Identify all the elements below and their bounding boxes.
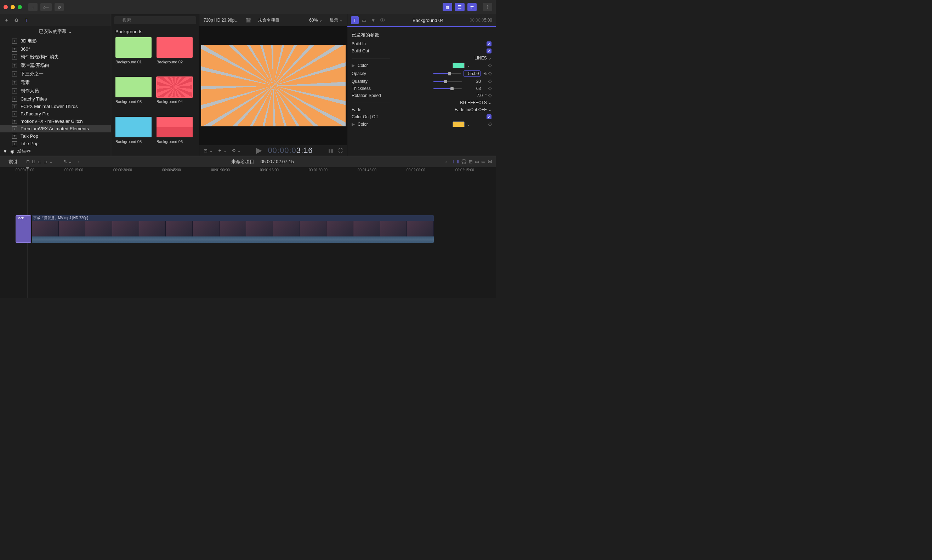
titles-tab-icon[interactable]: T — [23, 17, 30, 24]
build-in-checkbox[interactable]: ✓ — [487, 42, 491, 46]
title-clip[interactable]: Back… — [15, 215, 31, 243]
overwrite-clip-icon[interactable]: ⊐ ⌄ — [43, 159, 53, 164]
viewer-canvas[interactable] — [199, 26, 347, 145]
generators-group[interactable]: ▼ ◉ 发生器 — [0, 146, 111, 156]
keyframe-icon[interactable] — [488, 94, 492, 97]
insert-clip-icon[interactable]: ⊔ — [32, 159, 35, 164]
background-tasks-button[interactable]: ⊘ — [54, 3, 64, 11]
build-out-checkbox[interactable]: ✓ — [487, 49, 491, 54]
track-area[interactable]: Back… 宇威「愛就是」MV mp4 [HD 720p] — [0, 173, 496, 215]
sidebar-item[interactable]: T制作人员 — [0, 87, 111, 95]
library-tab-icon[interactable]: ✦ — [3, 17, 10, 24]
close-window[interactable] — [3, 5, 8, 9]
quantity-slider[interactable] — [433, 81, 462, 82]
sidebar-item[interactable]: TCatchy Titles — [0, 95, 111, 103]
quantity-value[interactable]: 20 — [464, 79, 481, 84]
thickness-value[interactable]: 63 — [464, 86, 481, 91]
sidebar-item[interactable]: TmotionVFX - mRevealer Glitch — [0, 117, 111, 125]
video-clip[interactable]: 宇威「愛就是」MV mp4 [HD 720p] — [32, 215, 434, 243]
display-dropdown[interactable]: 显示 ⌄ — [330, 17, 343, 23]
append-clip-icon[interactable]: ⊏ — [37, 159, 42, 164]
effects-icon[interactable]: ▭ — [481, 159, 485, 165]
disclosure-icon[interactable]: ▶ — [352, 63, 355, 68]
keyframe-icon[interactable] — [488, 79, 492, 83]
retime-tool-icon[interactable]: ⟲ ⌄ — [231, 148, 241, 153]
sidebar-item[interactable]: T缓冲器/开场白 — [0, 61, 111, 70]
sidebar-item[interactable]: T元素 — [0, 78, 111, 87]
keyframe-icon[interactable] — [488, 122, 492, 126]
enhance-tool-icon[interactable]: ✦ ⌄ — [218, 148, 227, 153]
connect-clip-icon[interactable]: ⊓ — [26, 159, 30, 164]
thumbnail-item[interactable]: Background 01 — [116, 37, 151, 72]
thickness-slider[interactable] — [433, 88, 462, 89]
thumbnail-item[interactable]: Background 03 — [116, 77, 151, 111]
index-button[interactable]: 索引 — [3, 158, 23, 165]
thumbnail-item[interactable]: Background 04 — [157, 77, 193, 111]
sidebar-item[interactable]: TFxFactory Pro — [0, 110, 111, 117]
sidebar-item[interactable]: T3D 电影 — [0, 37, 111, 45]
photos-tab-icon[interactable]: ✪ — [13, 17, 20, 24]
layout-clips-button[interactable]: ▦ — [443, 3, 452, 11]
bgeffects-label[interactable]: BG EFFECTS ⌄ — [393, 100, 491, 105]
keyword-button[interactable]: ⌕─ — [40, 3, 52, 11]
opacity-slider[interactable] — [433, 73, 461, 74]
color-onoff-checkbox[interactable]: ✓ — [487, 114, 491, 119]
transitions-icon[interactable]: ⋈ — [488, 159, 492, 165]
layout-list-button[interactable]: ☰ — [455, 3, 465, 11]
rotation-value[interactable]: 7.0 — [466, 93, 483, 98]
color2-swatch[interactable] — [453, 122, 465, 127]
snapping-icon[interactable]: ⊞ — [469, 159, 473, 165]
timeline-panel[interactable]: 00:00:00:0000:00:15:0000:00:30:0000:00:4… — [0, 167, 496, 298]
loop-icon[interactable]: ▮▮ — [328, 148, 333, 153]
sidebar-item[interactable]: T360° — [0, 45, 111, 53]
keyframe-icon[interactable] — [488, 71, 492, 75]
keyframe-icon[interactable] — [488, 63, 492, 67]
thumbnail-preview — [157, 77, 193, 97]
sidebar-header[interactable]: 已安装的字幕 ⌄ — [0, 26, 111, 37]
fade-dropdown[interactable]: Fade In/Out OFF ⌄ — [454, 107, 491, 112]
share-button[interactable]: ⇧ — [483, 3, 492, 11]
lines-section-label[interactable]: LINES ⌄ — [393, 55, 491, 60]
thumbnail-item[interactable]: Background 02 — [157, 37, 193, 72]
sidebar-item[interactable]: T构件出现/构件消失 — [0, 53, 111, 61]
color-swatch[interactable] — [453, 63, 465, 68]
crop-tool-icon[interactable]: ⊡ ⌄ — [203, 148, 213, 153]
opacity-unit: % — [483, 71, 487, 76]
sidebar-item[interactable]: TTitle Pop — [0, 140, 111, 146]
timeline-project: 未命名项目 — [231, 159, 254, 164]
sidebar-item-label: motionVFX - mRevealer Glitch — [20, 118, 83, 124]
title-inspector-tab[interactable]: T — [351, 16, 359, 24]
clip-appearance-icon[interactable]: ▭ — [475, 159, 479, 165]
sidebar-item[interactable]: TTalk Pop — [0, 132, 111, 140]
color-dropdown-icon[interactable]: ⌄ — [467, 63, 470, 68]
thumbnail-item[interactable]: Background 06 — [157, 117, 193, 151]
ruler-tick: 00:01:30:00 — [309, 168, 328, 172]
sidebar-item[interactable]: TFCPX Minimal Lower Thirds — [0, 103, 111, 110]
main-area: ✦ ✪ T 已安装的字幕 ⌄ T3D 电影T360°T构件出现/构件消失T缓冲器… — [0, 14, 496, 156]
import-button[interactable]: ↓ — [28, 3, 37, 11]
color-dropdown-icon[interactable]: ⌄ — [467, 122, 470, 127]
info-inspector-tab[interactable]: ▼ — [369, 16, 377, 24]
sidebar-item[interactable]: T下三分之一 — [0, 70, 111, 78]
audio-skimming-icon[interactable]: ⫴ — [457, 159, 459, 165]
sidebar-item[interactable]: TPremiumVFX Animated Elements — [0, 125, 111, 132]
solo-icon[interactable]: 🎧 — [461, 159, 467, 165]
timeline-ruler[interactable]: 00:00:00:0000:00:15:0000:00:30:0000:00:4… — [0, 167, 496, 173]
thumbnail-item[interactable]: Background 05 — [116, 117, 151, 151]
skimming-icon[interactable]: ⫴ — [453, 159, 454, 165]
play-icon[interactable]: ▶ — [256, 146, 262, 155]
search-input[interactable] — [114, 16, 196, 24]
select-tool-icon[interactable]: ↖ ⌄ — [63, 159, 72, 164]
disclosure-icon[interactable]: ▶ — [352, 122, 355, 127]
fullscreen-icon[interactable]: ⛶ — [338, 148, 343, 153]
opacity-value[interactable]: 55.09 — [464, 71, 481, 77]
maximize-window[interactable] — [18, 5, 22, 9]
keyframe-icon[interactable] — [488, 86, 492, 90]
video-inspector-tab[interactable]: ▭ — [360, 16, 368, 24]
share-inspector-tab[interactable]: ⓘ — [379, 16, 386, 24]
next-edit-icon[interactable]: › — [443, 159, 449, 164]
layout-inspector-button[interactable]: ⇄ — [467, 3, 477, 11]
zoom-dropdown[interactable]: 60% ⌄ — [309, 18, 322, 23]
prev-edit-icon[interactable]: ‹ — [76, 159, 82, 164]
minimize-window[interactable] — [11, 5, 15, 9]
